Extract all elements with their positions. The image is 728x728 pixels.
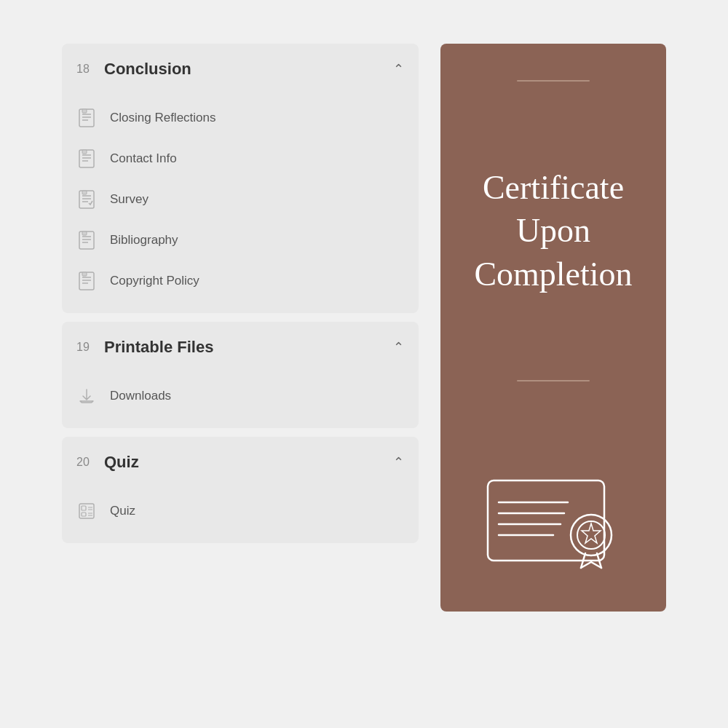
section-printable-files: 19 Printable Files ⌃ Downloads <box>62 322 419 428</box>
item-contact-info-label: Contact Info <box>110 151 177 166</box>
svg-rect-27 <box>82 513 86 516</box>
section-printable-title: Printable Files <box>104 338 393 357</box>
svg-rect-4 <box>82 109 87 113</box>
section-printable-header[interactable]: 19 Printable Files ⌃ <box>62 322 419 373</box>
list-item-contact-info[interactable]: Contact Info <box>62 138 419 179</box>
section-quiz-title: Quiz <box>104 453 393 472</box>
list-item-closing-reflections[interactable]: Closing Reflections <box>62 98 419 138</box>
section-printable-items: Downloads <box>62 373 419 428</box>
item-closing-reflections-label: Closing Reflections <box>110 111 216 125</box>
left-panel: 18 Conclusion ⌃ Closing Reflections <box>62 44 419 543</box>
text-doc-icon-3 <box>76 230 97 250</box>
chevron-up-icon-3: ⌃ <box>393 454 404 470</box>
quiz-doc-icon <box>76 501 97 521</box>
item-bibliography-label: Bibliography <box>110 233 178 248</box>
section-printable-number: 19 <box>76 341 94 354</box>
section-conclusion-number: 18 <box>76 63 94 76</box>
list-item-copyright-policy[interactable]: Copyright Policy <box>62 261 419 301</box>
top-divider <box>517 80 590 82</box>
section-quiz: 20 Quiz ⌃ Quiz <box>62 437 419 543</box>
item-copyright-policy-label: Copyright Policy <box>110 274 199 288</box>
svg-rect-14 <box>82 191 87 194</box>
certificate-text: Certificate Upon Completion <box>474 166 632 296</box>
list-item-downloads[interactable]: Downloads <box>62 376 419 416</box>
section-quiz-number: 20 <box>76 456 94 469</box>
text-doc-icon <box>76 108 97 128</box>
certificate-illustration <box>480 466 626 575</box>
section-quiz-header[interactable]: 20 Quiz ⌃ <box>62 437 419 488</box>
certificate-line2: Upon <box>516 212 590 249</box>
item-quiz-label: Quiz <box>110 504 135 518</box>
svg-rect-9 <box>82 150 87 154</box>
list-item-survey[interactable]: Survey <box>62 179 419 220</box>
survey-doc-icon <box>76 189 97 210</box>
section-quiz-items: Quiz <box>62 488 419 543</box>
section-conclusion-header[interactable]: 18 Conclusion ⌃ <box>62 44 419 95</box>
item-survey-label: Survey <box>110 192 149 207</box>
certificate-panel: Certificate Upon Completion <box>440 44 666 612</box>
item-downloads-label: Downloads <box>110 389 171 403</box>
chevron-up-icon: ⌃ <box>393 61 404 77</box>
text-doc-icon-2 <box>76 149 97 169</box>
bottom-divider <box>517 380 590 381</box>
list-item-bibliography[interactable]: Bibliography <box>62 220 419 261</box>
section-conclusion-items: Closing Reflections Contact Info <box>62 95 419 313</box>
section-conclusion-title: Conclusion <box>104 60 393 79</box>
certificate-line3: Completion <box>474 256 632 293</box>
svg-marker-43 <box>582 523 601 543</box>
download-icon <box>76 386 97 406</box>
text-doc-icon-4 <box>76 271 97 291</box>
list-item-quiz[interactable]: Quiz <box>62 491 419 531</box>
svg-rect-19 <box>82 232 87 235</box>
chevron-up-icon-2: ⌃ <box>393 339 404 355</box>
section-conclusion: 18 Conclusion ⌃ Closing Reflections <box>62 44 419 313</box>
svg-rect-24 <box>82 272 87 276</box>
certificate-line1: Certificate <box>483 169 624 206</box>
svg-point-38 <box>577 521 605 549</box>
svg-rect-26 <box>82 506 86 510</box>
